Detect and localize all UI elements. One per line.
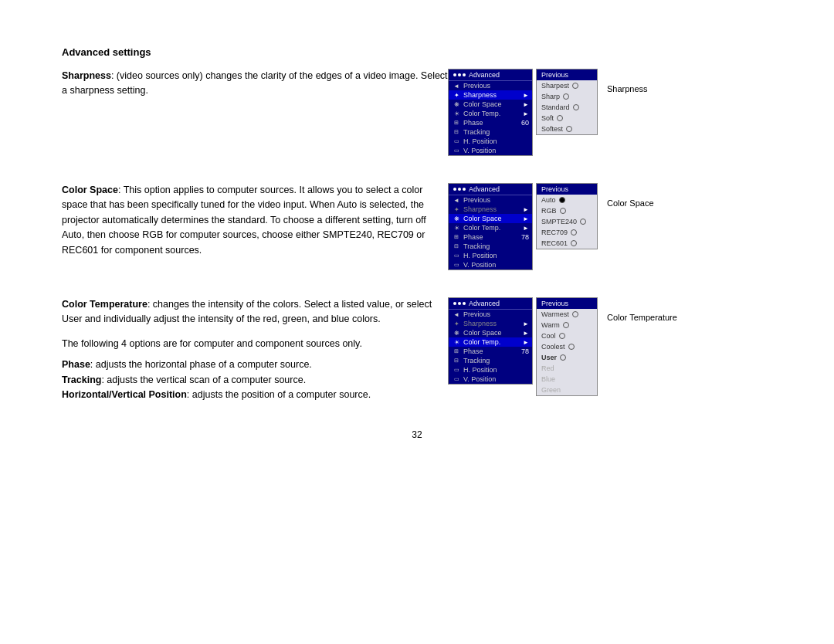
ct-item-colorspace: ❋ Color Space ► [449, 328, 532, 337]
hv-body: : adjusts the position of a computer sou… [187, 389, 371, 400]
sharpness-osd-menu: Advanced ◄ Previous ✦ Sharpness ► ❋ Colo… [448, 69, 533, 156]
ct-submenu-warm: Warm [537, 320, 597, 330]
radio-rec709 [571, 229, 577, 236]
colortemp-section: Color Temperature: changes the intensity… [62, 297, 772, 402]
colortemp-bold: Color Temperature [62, 299, 147, 310]
radio-user [560, 354, 566, 361]
tracking-text: Tracking: adjusts the vertical scan of a… [62, 373, 448, 388]
sharpness-submenu: Previous Sharpest Sharp Standard Soft So… [536, 69, 598, 135]
ct-item-tracking: ⊟ Tracking [449, 356, 532, 365]
hv-text: Horizontal/Vertical Position: adjusts th… [62, 388, 448, 402]
radio-soft [557, 115, 563, 121]
colorspace-bold: Color Space [62, 185, 118, 195]
prev-icon: ◄ [452, 82, 461, 90]
sharpness-diagram: Advanced ◄ Previous ✦ Sharpness ► ❋ Colo… [448, 69, 648, 156]
osd-header: Advanced [449, 69, 532, 81]
radio-rec601 [571, 240, 577, 246]
sharpness-bold: Sharpness [62, 70, 111, 81]
cs-item-colorspace: ❋ Color Space ► [449, 214, 532, 223]
radio-softest [566, 126, 572, 132]
osd-item-vpos: ▭ V. Position [449, 146, 532, 155]
radio-smpte [580, 219, 586, 225]
phase-icon: ⊞ [452, 119, 461, 127]
submenu-softest: Softest [537, 124, 597, 134]
cs-submenu-auto: Auto [537, 195, 597, 205]
cs-submenu-header: Previous [537, 184, 597, 195]
tracking-bold: Tracking [62, 375, 101, 385]
following-text: The following 4 options are for computer… [62, 337, 448, 351]
colorspace-section: Color Space: This option applies to comp… [62, 183, 772, 270]
sharpness-body: : (video sources only) changes the clari… [62, 70, 448, 96]
osd-item-tracking: ⊟ Tracking [449, 127, 532, 137]
ct-submenu-cool: Cool [537, 330, 597, 341]
cs-item-colortemp: ☀ Color Temp. ► [449, 223, 532, 232]
ct-item-phase: ⊞ Phase 78 [449, 347, 532, 356]
colorspace-icon: ❋ [452, 100, 461, 108]
cs-item-previous: ◄ Previous [449, 195, 532, 205]
radio-warm [563, 322, 569, 328]
tracking-body: : adjusts the vertical scan of a compute… [101, 375, 306, 385]
submenu-sharp: Sharp [537, 91, 597, 102]
ct-submenu-coolest: Coolest [537, 341, 597, 352]
cs-item-hpos: ▭ H. Position [449, 251, 532, 260]
ct-item-colortemp: ☀ Color Temp. ► [449, 337, 532, 347]
cs-item-phase: ⊞ Phase 78 [449, 232, 532, 242]
cs-item-tracking: ⊟ Tracking [449, 242, 532, 251]
page-number: 32 [62, 429, 772, 440]
ct-submenu-user: User [537, 352, 597, 363]
section-title: Advanced settings [62, 46, 151, 58]
cs-item-sharpness: ✦ Sharpness ► [449, 205, 532, 214]
osd-item-colortemp: ☀ Color Temp. ► [449, 109, 532, 118]
phase-text: Phase: adjusts the horizontal phase of a… [62, 358, 448, 372]
radio-rgb [560, 208, 566, 214]
tracking-icon: ⊟ [452, 128, 461, 136]
submenu-header: Previous [537, 69, 597, 80]
ct-submenu-red: Red [537, 363, 597, 374]
ct-item-sharpness: ✦ Sharpness ► [449, 319, 532, 328]
vpos-icon: ▭ [452, 147, 461, 154]
colorspace-osd-menu: Advanced ◄ Previous ✦ Sharpness ► ❋ Colo… [448, 183, 533, 270]
ct-item-hpos: ▭ H. Position [449, 365, 532, 375]
osd-item-hpos: ▭ H. Position [449, 137, 532, 146]
cs-submenu-rgb: RGB [537, 205, 597, 216]
cs-submenu-rec709: REC709 [537, 227, 597, 238]
phase-body: : adjusts the horizontal phase of a comp… [90, 359, 312, 370]
radio-sharpest [572, 83, 578, 89]
colorspace-submenu: Previous Auto RGB SMPTE240 REC709 REC601 [536, 183, 598, 249]
arrow-icon: ► [523, 92, 529, 99]
colortemp-text: Color Temperature: changes the intensity… [62, 297, 448, 402]
page-container: Advanced settings Sharpness: (video sour… [0, 0, 834, 471]
osd-dots [453, 73, 466, 76]
colorspace-label: Color Space [607, 198, 654, 208]
cs-submenu-smpte: SMPTE240 [537, 216, 597, 227]
ct-submenu-green: Green [537, 385, 597, 395]
sharpness-section: Sharpness: (video sources only) changes … [62, 69, 772, 156]
colortemp-osd-menu: Advanced ◄ Previous ✦ Sharpness ► ❋ Colo… [448, 297, 533, 385]
ct-item-vpos: ▭ V. Position [449, 375, 532, 384]
radio-auto [559, 197, 565, 203]
phase-bold: Phase [62, 359, 90, 370]
sharpness-icon: ✦ [452, 91, 461, 99]
ct-item-previous: ◄ Previous [449, 310, 532, 319]
osd-item-previous: ◄ Previous [449, 81, 532, 90]
osd-item-colorspace: ❋ Color Space ► [449, 100, 532, 109]
colortemp-label: Color Temperature [607, 313, 677, 322]
ct-submenu-blue: Blue [537, 374, 597, 385]
cs-osd-header: Advanced [449, 184, 532, 195]
radio-warmest [572, 311, 578, 317]
radio-cool [559, 333, 565, 339]
ct-submenu-warmest: Warmest [537, 309, 597, 320]
sharpness-label: Sharpness [607, 84, 648, 93]
cs-item-vpos: ▭ V. Position [449, 260, 532, 269]
colorspace-diagram: Advanced ◄ Previous ✦ Sharpness ► ❋ Colo… [448, 183, 654, 270]
osd-header-label: Advanced [469, 71, 500, 79]
radio-sharp [563, 93, 569, 100]
colortemp-icon: ☀ [452, 110, 461, 117]
radio-standard [573, 104, 579, 110]
osd-item-sharpness: ✦ Sharpness ► [449, 90, 532, 100]
hpos-icon: ▭ [452, 137, 461, 145]
osd-item-phase: ⊞ Phase 60 [449, 118, 532, 127]
sharpness-text: Sharpness: (video sources only) changes … [62, 69, 448, 99]
hv-bold: Horizontal/Vertical Position [62, 389, 187, 400]
colortemp-diagram: Advanced ◄ Previous ✦ Sharpness ► ❋ Colo… [448, 297, 677, 396]
